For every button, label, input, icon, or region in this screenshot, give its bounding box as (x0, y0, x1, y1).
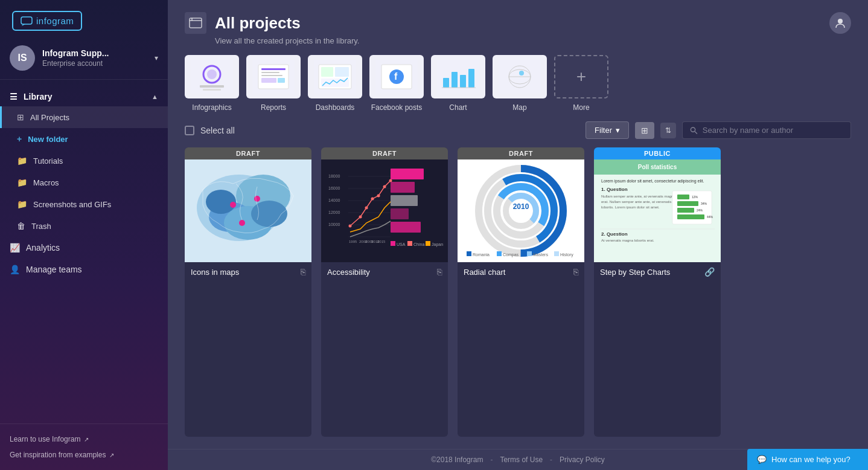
template-type-dashboards[interactable]: Dashboards (308, 55, 362, 112)
all-projects-icon (188, 17, 203, 29)
logo[interactable]: infogram (12, 11, 82, 31)
sort-button[interactable]: ⇅ (660, 123, 676, 138)
svg-rect-29 (452, 72, 458, 88)
svg-point-8 (207, 69, 217, 79)
terms-link[interactable]: Terms of Use (500, 456, 543, 464)
select-all-checkbox[interactable] (185, 126, 194, 135)
card-thumbnail-map (185, 159, 311, 262)
inspiration-link[interactable]: Get inspiration from examples ↗ (10, 447, 158, 463)
project-card-radial[interactable]: Draft (458, 147, 584, 437)
filter-label: Filter (595, 126, 612, 135)
svg-text:Compas: Compas (503, 253, 519, 257)
svg-text:Masters: Masters (533, 253, 548, 257)
chart-thumb (431, 55, 485, 98)
svg-rect-78 (391, 222, 421, 233)
sidebar-item-tutorials[interactable]: 📁 Tutorials (0, 150, 168, 172)
library-section-header[interactable]: ☰ Library ▲ (0, 87, 168, 106)
share-icon[interactable]: 🔗 (704, 267, 715, 277)
user-section[interactable]: IS Infogram Supp... Enterprise account ▾ (0, 39, 168, 80)
more-thumb: + (554, 55, 608, 98)
sidebar-item-new-folder[interactable]: + New folder (0, 128, 168, 150)
map-thumbnail-svg (185, 159, 311, 262)
separator: - (490, 456, 493, 464)
template-type-facebook[interactable]: f Facebook posts (369, 55, 424, 112)
sidebar-item-manage-teams[interactable]: 👤 Manage teams (0, 259, 168, 280)
svg-text:12000: 12000 (328, 210, 340, 214)
project-card-accessibility[interactable]: Draft 18000 16000 14000 12000 10000 (321, 147, 448, 437)
map-label: Map (512, 103, 526, 112)
svg-text:1995: 1995 (349, 240, 357, 243)
help-button[interactable]: 💬 How can we help you? (747, 449, 868, 470)
template-type-more[interactable]: + More (554, 55, 608, 112)
template-type-reports[interactable]: Reports (246, 55, 301, 112)
grid-view-button[interactable]: ⊞ (635, 122, 654, 139)
svg-rect-31 (468, 69, 474, 88)
card-actions: 🔗 (704, 267, 715, 277)
svg-point-5 (838, 19, 843, 24)
svg-text:12%: 12% (692, 195, 698, 199)
sidebar-item-analytics[interactable]: 📈 Analytics (0, 237, 168, 259)
card-status-public: Public (594, 147, 721, 159)
more-label: More (573, 103, 589, 112)
svg-rect-99 (527, 251, 532, 256)
svg-text:lobortis. Lorem ipsum dolor si: lobortis. Lorem ipsum dolor sit amet. (601, 205, 660, 209)
infographics-thumb (185, 55, 239, 98)
card-footer: Icons in maps ⎘ (185, 262, 311, 282)
main-header: All projects View all the created projec… (168, 0, 868, 45)
dashboards-preview (314, 60, 356, 94)
svg-rect-15 (261, 75, 282, 76)
svg-text:18000: 18000 (328, 174, 340, 178)
radial-thumbnail-svg: 2010 Romania Compas Masters History (458, 159, 584, 262)
dashboards-thumb (308, 55, 362, 98)
svg-text:2015: 2015 (377, 240, 386, 243)
card-thumbnail-accessibility: 18000 16000 14000 12000 10000 (321, 159, 448, 262)
copy-icon[interactable]: ⎘ (573, 267, 578, 277)
sidebar-item-screenshots[interactable]: 📁 Screenshots and GIFs (0, 193, 168, 215)
header-user-button[interactable] (829, 12, 851, 34)
sidebar: infogram IS Infogram Supp... Enterprise … (0, 0, 168, 470)
chart-preview (437, 60, 479, 94)
svg-text:44%: 44% (707, 215, 713, 219)
copy-icon[interactable]: ⎘ (301, 267, 305, 277)
copyright: ©2018 Infogram (431, 456, 483, 464)
reports-preview (252, 60, 295, 94)
sidebar-item-macros[interactable]: 📁 Macros (0, 172, 168, 193)
filter-chevron-icon: ▾ (616, 126, 620, 135)
svg-rect-115 (677, 214, 704, 219)
template-type-chart[interactable]: Chart (431, 55, 485, 112)
library-chevron-icon: ▲ (152, 93, 158, 100)
svg-text:History: History (560, 253, 573, 257)
svg-text:Lorem ipsum dolor sit amet, co: Lorem ipsum dolor sit amet, consectetur … (601, 179, 704, 184)
reports-label: Reports (261, 103, 286, 112)
svg-rect-74 (391, 169, 424, 179)
sidebar-item-trash[interactable]: 🗑 Trash (0, 215, 168, 237)
svg-text:USA: USA (397, 242, 406, 246)
card-actions: ⎘ (301, 267, 305, 277)
card-actions: ⎘ (573, 267, 578, 277)
template-type-map[interactable]: Map (493, 55, 547, 112)
learn-link[interactable]: Learn to use Infogram ↗ (10, 431, 158, 447)
search-input[interactable] (703, 126, 843, 135)
user-icon (835, 18, 846, 28)
svg-rect-112 (677, 195, 689, 199)
copy-icon[interactable]: ⎘ (437, 267, 442, 277)
svg-rect-81 (407, 241, 412, 246)
project-card-step-charts[interactable]: Public Poll statistics Lorem ipsum dolor… (594, 147, 721, 437)
user-role: Enterprise account (42, 59, 147, 68)
svg-text:2010: 2010 (513, 202, 529, 211)
template-type-infographics[interactable]: Infographics (185, 55, 239, 112)
sidebar-item-all-projects[interactable]: ⊞ All Projects (0, 106, 168, 128)
privacy-link[interactable]: Privacy Policy (560, 456, 605, 464)
filter-button[interactable]: Filter ▾ (586, 121, 629, 139)
step-thumbnail-svg: Poll statistics Lorem ipsum dolor sit am… (594, 159, 721, 262)
avatar: IS (10, 45, 35, 71)
map-preview (499, 60, 541, 94)
svg-point-67 (383, 185, 386, 188)
svg-rect-77 (391, 208, 409, 219)
project-card-icons-maps[interactable]: Draft (185, 147, 311, 437)
svg-text:10000: 10000 (328, 222, 340, 227)
page-title-row: All projects (185, 12, 359, 34)
projects-grid: Draft (168, 147, 868, 449)
svg-rect-10 (203, 89, 221, 91)
svg-rect-97 (497, 251, 502, 256)
